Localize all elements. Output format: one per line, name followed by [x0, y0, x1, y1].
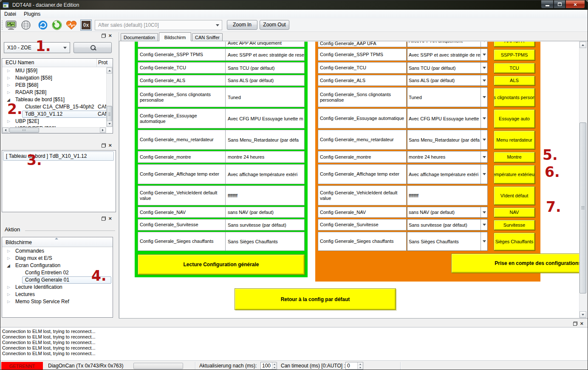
expand-arrow-icon[interactable]: ▷: [7, 284, 10, 291]
screen-monitor-icon[interactable]: [6, 20, 17, 32]
scroll-down-icon[interactable]: [580, 311, 586, 318]
screen-tree-item[interactable]: ▷Memo Stop Service Ref: [3, 298, 112, 305]
config-value-dropdown[interactable]: Avec affichage température extéri: [407, 164, 488, 184]
config-value-dropdown[interactable]: Avec SSPP et avec stratégie de reset: [407, 48, 488, 61]
expand-arrow-icon[interactable]: ▷: [7, 74, 10, 82]
minimize-button[interactable]: [541, 0, 554, 9]
screens-tree-header[interactable]: Bildschirme: [2, 237, 113, 247]
close-dock-icon[interactable]: ×: [580, 322, 583, 326]
expand-arrow-icon[interactable]: ▷: [7, 82, 10, 89]
ecu-tree-header[interactable]: ECU Namen Prot: [2, 59, 113, 67]
expand-arrow-icon[interactable]: ▷: [7, 248, 10, 255]
config-value-dropdown[interactable]: Sans survitesse (par défaut): [407, 219, 488, 231]
config-value-dropdown[interactable]: Sans TCU (par défaut): [407, 62, 488, 74]
expand-arrow-icon[interactable]: ▷: [7, 118, 10, 125]
config-value-dropdown[interactable]: Avec APP AR uniquement: [407, 42, 488, 47]
header-divider[interactable]: [96, 59, 97, 67]
config-write-button[interactable]: empérature extérieur: [494, 165, 535, 184]
chevron-down-icon[interactable]: [481, 130, 487, 149]
spin-up-icon[interactable]: [272, 362, 276, 366]
chevron-down-icon[interactable]: [481, 232, 487, 250]
expand-arrow-icon[interactable]: ▷: [7, 67, 10, 74]
expand-arrow-icon[interactable]: ▷: [7, 89, 10, 96]
config-write-button[interactable]: NAV: [494, 208, 535, 217]
titlebar[interactable]: DDT4All - dacianer.de Edition ×: [0, 0, 588, 10]
scroll-thumb[interactable]: [580, 122, 586, 293]
expand-arrow-icon[interactable]: ▷: [7, 298, 10, 305]
tab-documentation[interactable]: Documentation: [121, 33, 158, 41]
config-value-dropdown[interactable]: Sans ALS (par défaut): [407, 75, 488, 86]
read-config-button[interactable]: Lecture Configuration générale: [138, 254, 305, 275]
zoom-out-button[interactable]: Zoom Out: [260, 20, 289, 30]
tab-can-sniffer[interactable]: CAN Sniffer: [192, 33, 223, 41]
menu-plugins[interactable]: Plugins: [20, 10, 44, 18]
expand-arrow-icon[interactable]: ▷: [7, 255, 10, 262]
ecg-heart-icon[interactable]: [66, 20, 77, 31]
reload-green-icon[interactable]: [51, 20, 62, 32]
expand-arrow-icon[interactable]: ▷: [7, 291, 10, 298]
config-write-button[interactable]: VIdent défaut: [494, 186, 535, 205]
canvas-vscrollbar[interactable]: [579, 41, 587, 318]
ecu-tree-item[interactable]: ▷UBP [$2E]: [3, 118, 107, 125]
chevron-down-icon[interactable]: [481, 42, 487, 47]
apply-config-button[interactable]: Prise en compte des configurations: [451, 253, 579, 273]
config-write-button[interactable]: ALS: [494, 76, 535, 85]
float-dock-icon[interactable]: [102, 143, 106, 148]
screen-tree-item[interactable]: ▷Lectures: [3, 291, 112, 298]
ecu-tree-item[interactable]: ▷Navigation [$58]: [3, 74, 107, 82]
config-write-button[interactable]: TCU: [494, 63, 535, 73]
spin-down-icon[interactable]: [272, 366, 276, 369]
config-write-button[interactable]: s clignotants person: [494, 88, 535, 107]
float-dock-icon[interactable]: [102, 34, 106, 38]
chevron-down-icon[interactable]: [481, 109, 487, 128]
spin-down-icon[interactable]: [358, 366, 363, 369]
screen-tree-item[interactable]: ▷Lecture Identification: [3, 284, 112, 291]
spin-up-icon[interactable]: [358, 362, 363, 366]
chevron-down-icon[interactable]: [481, 49, 487, 60]
chevron-down-icon[interactable]: [481, 165, 487, 184]
config-value-dropdown[interactable]: montre 24 heures: [407, 151, 488, 163]
chevron-down-icon[interactable]: [481, 88, 487, 107]
config-write-button[interactable]: Menu retardateur: [494, 131, 535, 149]
config-value-dropdown[interactable]: Sans Menu_Retardateur (par défa: [407, 130, 488, 150]
collapse-arrow-icon[interactable]: ◢: [7, 262, 10, 269]
toolbar-drag-handle[interactable]: [2, 20, 3, 30]
scroll-up-icon[interactable]: [580, 42, 586, 48]
config-write-button[interactable]: Survitesse: [494, 220, 535, 230]
config-value-dropdown[interactable]: Sans Sièges Chauffants: [407, 232, 488, 251]
ecu-hscrollbar[interactable]: [2, 127, 106, 133]
screen-tree-item[interactable]: ▷Commandes: [3, 248, 112, 255]
scroll-down-icon[interactable]: [107, 121, 112, 127]
float-dock-icon[interactable]: [573, 322, 577, 326]
can-timeout-stepper[interactable]: 0: [345, 362, 363, 370]
config-write-button[interactable]: AAP/UFA: [494, 42, 535, 47]
screen-tree-item[interactable]: ▷Diag mux et E/S: [3, 255, 112, 262]
close-button[interactable]: ×: [565, 0, 585, 9]
config-value-dropdown[interactable]: Tuned: [407, 87, 488, 107]
chevron-down-icon[interactable]: [481, 207, 487, 217]
tab-bildschirm[interactable]: Bildschirm: [159, 32, 191, 41]
chevron-down-icon[interactable]: [481, 63, 487, 73]
float-dock-icon[interactable]: [102, 216, 106, 221]
scroll-thumb[interactable]: [107, 106, 112, 123]
menu-datei[interactable]: Datei: [0, 10, 20, 18]
chevron-down-icon[interactable]: [481, 75, 487, 85]
scroll-up-icon[interactable]: [107, 68, 112, 74]
refresh-blue-icon[interactable]: [38, 20, 48, 31]
scroll-right-icon[interactable]: [100, 128, 106, 133]
close-dock-icon[interactable]: ×: [108, 143, 112, 148]
ecu-tree-item[interactable]: ▷MIU [$59]: [3, 67, 107, 74]
chevron-down-icon[interactable]: [481, 219, 487, 230]
zoom-in-button[interactable]: Zoom In: [227, 20, 257, 30]
selected-ecu-item[interactable]: [ Tableau de bord ] TdB_X10_V1.12: [3, 151, 114, 161]
config-write-button[interactable]: SSPP-TPMS: [494, 49, 535, 60]
close-dock-icon[interactable]: ×: [108, 216, 112, 221]
ecu-tree-item[interactable]: ▷PEB [$68]: [3, 82, 107, 89]
config-write-button[interactable]: Sièges Chauffants: [494, 233, 535, 250]
ecu-vscrollbar[interactable]: [106, 67, 113, 127]
scroll-thumb[interactable]: [9, 128, 39, 133]
close-dock-icon[interactable]: ×: [108, 34, 112, 38]
globe-sketch-icon[interactable]: [20, 20, 32, 32]
config-value-input[interactable]: ffffffff: [407, 185, 488, 205]
refresh-interval-stepper[interactable]: 100: [260, 362, 277, 370]
